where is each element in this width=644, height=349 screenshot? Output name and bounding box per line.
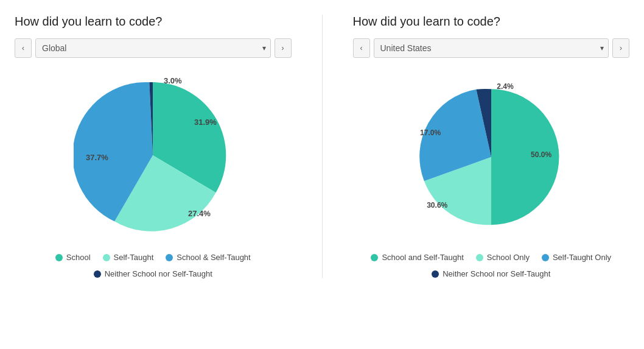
label-school-only-us: 30.6%	[427, 201, 447, 210]
right-chart-area: 50.0% 30.6% 17.0% 2.4% School and Self-T…	[353, 70, 630, 278]
left-next-button[interactable]: ›	[275, 38, 292, 58]
left-chart-area: 31.9% 27.4% 37.7% 3.0% School Self-Taugh…	[15, 70, 292, 278]
right-legend: School and Self-Taught School Only Self-…	[369, 253, 613, 278]
left-legend-dot-school	[55, 254, 63, 261]
right-pie-wrapper: 50.0% 30.6% 17.0% 2.4%	[412, 70, 570, 241]
label-self-taught-us: 17.0%	[420, 129, 441, 138]
right-legend-dot-school-self	[371, 254, 378, 261]
left-chart-section: How did you learn to code? ‹ Global Unit…	[15, 15, 292, 278]
label-school-self-us: 50.0%	[531, 150, 551, 159]
label-neither-us: 2.4%	[497, 82, 514, 91]
left-legend-dot-neither	[94, 270, 101, 278]
left-legend-dot-school-self	[166, 254, 173, 261]
right-legend-label-self-only: Self-Taught Only	[553, 253, 611, 262]
left-pie-wrapper: 31.9% 27.4% 37.7% 3.0%	[74, 70, 232, 241]
left-dropdown[interactable]: Global United States India United Kingdo…	[35, 38, 271, 58]
right-prev-button[interactable]: ‹	[353, 38, 370, 58]
left-legend-item-neither: Neither School nor Self-Taught	[94, 269, 212, 278]
left-chart-title: How did you learn to code?	[15, 15, 292, 29]
right-dropdown-wrapper: Global United States India United Kingdo…	[374, 38, 609, 58]
right-legend-item-self-only: Self-Taught Only	[542, 253, 611, 262]
right-legend-label-school-only: School Only	[487, 253, 530, 262]
right-chart-title: How did you learn to code?	[353, 15, 630, 29]
right-next-button[interactable]: ›	[612, 38, 629, 58]
left-legend-label-school-self: School & Self-Taught	[177, 253, 250, 262]
right-legend-item-neither: Neither School nor Self-Taught	[432, 269, 550, 278]
left-legend-item-school: School	[55, 253, 91, 262]
left-dropdown-wrapper: Global United States India United Kingdo…	[35, 38, 271, 58]
right-legend-dot-school-only	[476, 254, 483, 261]
label-school-self-taught: 37.7%	[86, 153, 108, 162]
right-legend-item-school-only: School Only	[476, 253, 530, 262]
left-pie-chart: 31.9% 27.4% 37.7% 3.0%	[74, 70, 232, 241]
right-legend-item-school-self: School and Self-Taught	[371, 253, 463, 262]
right-pie-chart: 50.0% 30.6% 17.0% 2.4%	[412, 70, 570, 241]
left-legend-dot-self-taught	[103, 254, 110, 261]
left-prev-button[interactable]: ‹	[15, 38, 32, 58]
charts-container: How did you learn to code? ‹ Global Unit…	[15, 15, 629, 278]
label-school: 31.9%	[194, 118, 217, 127]
right-legend-label-neither: Neither School nor Self-Taught	[443, 269, 550, 278]
label-neither: 3.0%	[164, 76, 182, 85]
left-legend-item-self-taught: Self-Taught	[103, 253, 154, 262]
right-legend-dot-self-only	[542, 254, 549, 261]
right-dropdown-row: ‹ Global United States India United King…	[353, 38, 630, 58]
right-dropdown[interactable]: Global United States India United Kingdo…	[374, 38, 609, 58]
chart-divider	[322, 15, 323, 278]
right-legend-dot-neither	[432, 270, 439, 278]
left-legend-label-self-taught: Self-Taught	[114, 253, 154, 262]
right-legend-label-school-self: School and Self-Taught	[382, 253, 463, 262]
left-dropdown-row: ‹ Global United States India United King…	[15, 38, 292, 58]
left-legend-item-school-self: School & Self-Taught	[166, 253, 250, 262]
left-legend: School Self-Taught School & Self-Taught …	[31, 253, 275, 278]
left-legend-label-neither: Neither School nor Self-Taught	[105, 269, 212, 278]
right-chart-section: How did you learn to code? ‹ Global Unit…	[353, 15, 630, 278]
left-legend-label-school: School	[66, 253, 91, 262]
label-self-taught: 27.4%	[188, 209, 211, 218]
